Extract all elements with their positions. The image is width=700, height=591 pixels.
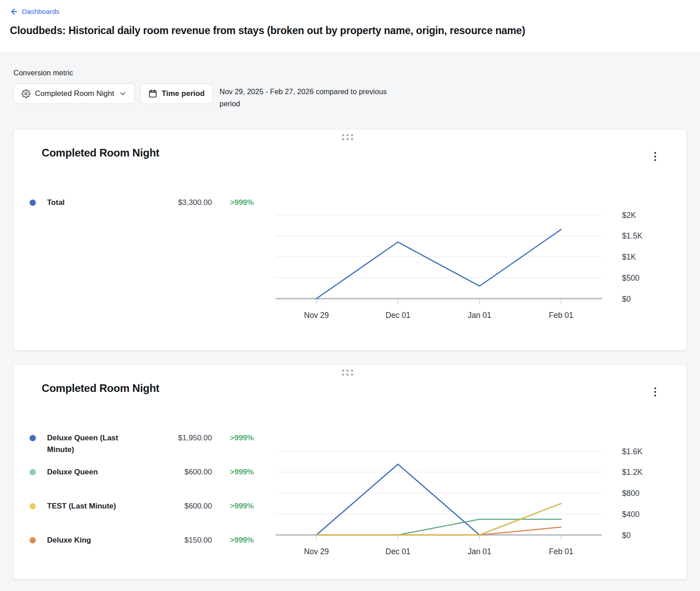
metric-dropdown-button[interactable]: Completed Room Night — [13, 83, 135, 104]
gear-icon — [22, 89, 30, 98]
metric-dropdown-label: Completed Room Night — [35, 89, 114, 98]
back-link[interactable]: Dashboards — [10, 7, 60, 16]
time-period-label: Time period — [162, 89, 205, 98]
line-chart[interactable]: Nov 29Dec 01Jan 01Feb 01$0$500$1K$1.5K$2… — [13, 130, 687, 350]
x-axis-label: Nov 29 — [304, 547, 328, 556]
chevron-down-icon — [119, 90, 127, 98]
y-axis-label: $400 — [622, 510, 640, 519]
x-axis-label: Jan 01 — [468, 547, 492, 556]
arrow-left-icon — [10, 7, 19, 16]
filters-bar: Conversion metric Completed Room Night — [0, 52, 700, 110]
x-axis-label: Feb 01 — [549, 311, 573, 320]
y-axis-label: $2K — [622, 211, 636, 220]
series-line — [316, 464, 561, 535]
chart-card-total: Completed Room Night Total$3,300.00>999%… — [13, 130, 687, 350]
y-axis-label: $1.6K — [622, 447, 643, 456]
back-link-label: Dashboards — [22, 8, 60, 16]
y-axis-label: $500 — [622, 274, 640, 282]
series-line — [316, 519, 561, 535]
date-range-text: Nov 29, 2025 - Feb 27, 2026 compared to … — [220, 83, 391, 110]
chart-card-breakdown: Completed Room Night Deluxe Queen (Last … — [13, 365, 687, 579]
series-line — [316, 527, 561, 535]
line-chart[interactable]: Nov 29Dec 01Jan 01Feb 01$0$400$800$1.2K$… — [13, 365, 687, 579]
y-axis-label: $0 — [622, 531, 631, 540]
page-title: Cloudbeds: Historical daily room revenue… — [10, 25, 690, 37]
page-header: Dashboards Cloudbeds: Historical daily r… — [0, 0, 700, 52]
x-axis-label: Dec 01 — [385, 547, 410, 556]
time-period-button[interactable]: Time period — [140, 83, 213, 104]
y-axis-label: $800 — [622, 489, 640, 498]
x-axis-label: Jan 01 — [468, 311, 492, 320]
calendar-icon — [148, 89, 157, 98]
y-axis-label: $1K — [622, 252, 636, 261]
dashboard-page: Dashboards Cloudbeds: Historical daily r… — [0, 0, 700, 591]
conversion-metric-label: Conversion metric — [13, 69, 687, 77]
y-axis-label: $1.5K — [622, 231, 643, 240]
y-axis-label: $0 — [622, 295, 631, 304]
x-axis-label: Feb 01 — [549, 547, 573, 556]
series-line — [316, 230, 561, 299]
x-axis-label: Dec 01 — [385, 311, 410, 320]
x-axis-label: Nov 29 — [304, 311, 328, 320]
y-axis-label: $1.2K — [622, 468, 643, 477]
